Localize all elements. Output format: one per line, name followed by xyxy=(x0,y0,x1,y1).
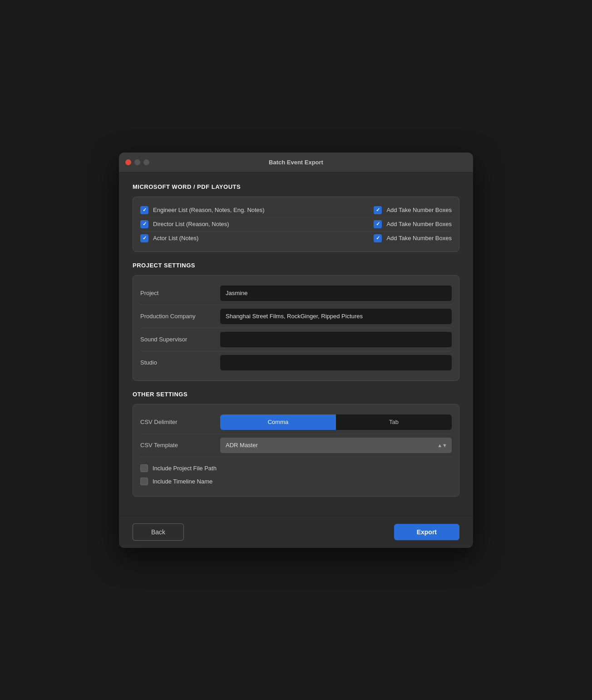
project-section-title: PROJECT SETTINGS xyxy=(133,262,459,269)
layout-left-group-2: ✓ Director List (Reason, Notes) xyxy=(140,220,229,228)
include-project-path-item: Include Project File Path xyxy=(140,462,452,475)
layout-left-group-3: ✓ Actor List (Notes) xyxy=(140,234,198,242)
maximize-button[interactable] xyxy=(143,159,149,165)
tab-segment[interactable]: Tab xyxy=(336,414,452,430)
director-list-label: Director List (Reason, Notes) xyxy=(153,221,229,227)
comma-segment[interactable]: Comma xyxy=(220,414,336,430)
sound-supervisor-label: Sound Supervisor xyxy=(140,336,213,343)
layout-left-group-1: ✓ Engineer List (Reason, Notes, Eng. Not… xyxy=(140,206,265,214)
include-project-path-label: Include Project File Path xyxy=(153,465,217,472)
minimize-button[interactable] xyxy=(134,159,140,165)
engineer-list-label: Engineer List (Reason, Notes, Eng. Notes… xyxy=(153,207,265,213)
csv-delimiter-label: CSV Delimiter xyxy=(140,419,213,425)
other-panel: CSV Delimiter Comma Tab CSV Template ADR… xyxy=(133,404,459,497)
back-button[interactable]: Back xyxy=(133,523,184,541)
layout-right-group-3: ✓ Add Take Number Boxes xyxy=(374,234,452,242)
window-title: Batch Event Export xyxy=(269,159,323,166)
project-input[interactable] xyxy=(220,286,452,301)
content-area: MICROSOFT WORD / PDF LAYOUTS ✓ Engineer … xyxy=(119,173,473,516)
engineer-list-checkbox[interactable]: ✓ xyxy=(140,206,148,214)
take-number-1-checkbox[interactable]: ✓ xyxy=(374,206,382,214)
csv-template-select[interactable]: ADR Master xyxy=(220,438,452,453)
layout-right-group-2: ✓ Add Take Number Boxes xyxy=(374,220,452,228)
take-number-3-label: Add Take Number Boxes xyxy=(386,235,452,242)
actor-list-label: Actor List (Notes) xyxy=(153,235,198,242)
traffic-lights xyxy=(125,159,149,165)
layouts-panel: ✓ Engineer List (Reason, Notes, Eng. Not… xyxy=(133,197,459,252)
project-label: Project xyxy=(140,290,213,296)
other-section-title: OTHER SETTINGS xyxy=(133,391,459,398)
include-timeline-name-checkbox[interactable] xyxy=(140,478,148,485)
production-company-input[interactable] xyxy=(220,309,452,324)
csv-delimiter-row: CSV Delimiter Comma Tab xyxy=(140,411,452,434)
include-timeline-name-item: Include Timeline Name xyxy=(140,475,452,488)
template-select-wrapper: ADR Master ▲▼ xyxy=(220,438,452,453)
export-button[interactable]: Export xyxy=(394,524,459,540)
sound-supervisor-field-row: Sound Supervisor xyxy=(140,328,452,351)
sound-supervisor-input[interactable] xyxy=(220,332,452,347)
director-list-checkbox[interactable]: ✓ xyxy=(140,220,148,228)
take-number-2-checkbox[interactable]: ✓ xyxy=(374,220,382,228)
take-number-3-checkbox[interactable]: ✓ xyxy=(374,234,382,242)
take-number-2-label: Add Take Number Boxes xyxy=(386,221,452,227)
layout-row-1: ✓ Engineer List (Reason, Notes, Eng. Not… xyxy=(140,203,452,217)
production-company-label: Production Company xyxy=(140,313,213,320)
studio-label: Studio xyxy=(140,359,213,366)
layout-row-3: ✓ Actor List (Notes) ✓ Add Take Number B… xyxy=(140,231,452,245)
production-company-field-row: Production Company xyxy=(140,305,452,328)
layout-right-group-1: ✓ Add Take Number Boxes xyxy=(374,206,452,214)
other-checkboxes-section: Include Project File Path Include Timeli… xyxy=(140,457,452,490)
footer: Back Export xyxy=(119,516,473,548)
csv-template-label: CSV Template xyxy=(140,442,213,449)
layout-row-2: ✓ Director List (Reason, Notes) ✓ Add Ta… xyxy=(140,217,452,231)
title-bar: Batch Event Export xyxy=(119,153,473,173)
project-field-row: Project xyxy=(140,282,452,305)
studio-input[interactable] xyxy=(220,355,452,370)
project-panel: Project Production Company Sound Supervi… xyxy=(133,275,459,381)
csv-template-row: CSV Template ADR Master ▲▼ xyxy=(140,434,452,457)
include-timeline-name-label: Include Timeline Name xyxy=(153,478,212,485)
close-button[interactable] xyxy=(125,159,131,165)
main-window: Batch Event Export MICROSOFT WORD / PDF … xyxy=(119,153,473,548)
include-project-path-checkbox[interactable] xyxy=(140,464,148,472)
take-number-1-label: Add Take Number Boxes xyxy=(386,207,452,213)
studio-field-row: Studio xyxy=(140,351,452,374)
layouts-section-title: MICROSOFT WORD / PDF LAYOUTS xyxy=(133,183,459,190)
delimiter-segmented-control: Comma Tab xyxy=(220,414,452,430)
actor-list-checkbox[interactable]: ✓ xyxy=(140,234,148,242)
